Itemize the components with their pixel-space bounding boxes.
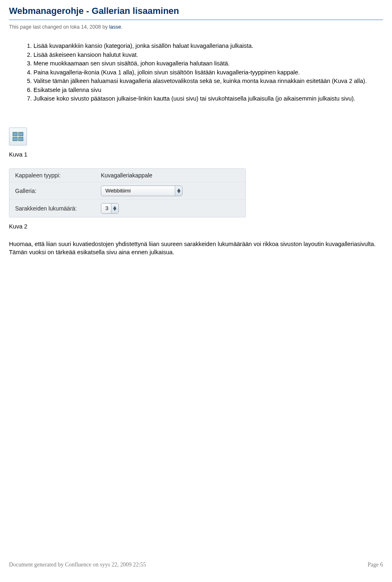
select-galleria-value: Webbitiimi	[101, 188, 175, 194]
svg-marker-3	[113, 208, 116, 211]
page-meta: This page last changed on loka 14, 2008 …	[9, 24, 383, 30]
select-sarakkeet[interactable]: 3	[101, 203, 119, 214]
list-item: Julkaise koko sivusto päätason julkaise-…	[33, 95, 383, 103]
list-item: Mene muokkaamaan sen sivun sisältöä, joh…	[33, 60, 383, 68]
select-sarakkeet-value: 3	[101, 205, 111, 211]
page-title: Webmanagerohje - Gallerian lisaaminen	[9, 6, 383, 16]
caption-kuva1: Kuva 1	[9, 151, 383, 158]
meta-suffix: .	[121, 24, 122, 30]
form-row-sarakkeet: Sarakkeiden lukumäärä: 3	[9, 199, 245, 217]
form-row-type: Kappaleen tyyppi: Kuvagalleriakappale	[9, 169, 245, 182]
footer-left: Document generated by Confluence on syys…	[9, 562, 146, 568]
gallery-icon	[13, 132, 23, 141]
list-item: Valitse tämän jälkeen haluamasi kuvagall…	[33, 77, 383, 85]
footer-right: Page 6	[368, 562, 383, 568]
select-galleria[interactable]: Webbitiimi	[101, 186, 183, 196]
svg-marker-1	[177, 191, 180, 193]
form-row-galleria: Galleria: Webbitiimi	[9, 182, 245, 199]
author-link[interactable]: lasse	[109, 24, 121, 30]
form-panel-kuva2: Kappaleen tyyppi: Kuvagalleriakappale Ga…	[9, 168, 246, 217]
instruction-list: Lisää kuvapankkiin kansio (kategoria), j…	[33, 42, 383, 103]
label-kappaleen-tyyppi: Kappaleen tyyppi:	[15, 172, 101, 179]
label-galleria: Galleria:	[15, 188, 101, 194]
list-item: Lisää äskeiseen kansioon halutut kuvat.	[33, 51, 383, 59]
meta-prefix: This page last changed on loka 14, 2008 …	[9, 24, 109, 30]
note-paragraph: Huomaa, että liian suuri kuvatiedostojen…	[9, 240, 383, 256]
value-kappaleen-tyyppi: Kuvagalleriakappale	[101, 172, 152, 179]
select-stepper-icon	[175, 186, 182, 196]
list-item: Esikatsele ja tallenna sivu	[33, 86, 383, 94]
list-item: Lisää kuvapankkiin kansio (kategoria), j…	[33, 42, 383, 50]
page-footer: Document generated by Confluence on syys…	[9, 562, 383, 568]
select-stepper-icon	[111, 204, 118, 213]
gallery-toolbar-icon	[9, 128, 27, 146]
list-item: Paina kuvagalleria-ikonia (Kuva 1 alla),…	[33, 69, 383, 77]
title-rule	[9, 20, 383, 20]
caption-kuva2: Kuva 2	[9, 223, 383, 230]
label-sarakkeet: Sarakkeiden lukumäärä:	[15, 205, 101, 212]
